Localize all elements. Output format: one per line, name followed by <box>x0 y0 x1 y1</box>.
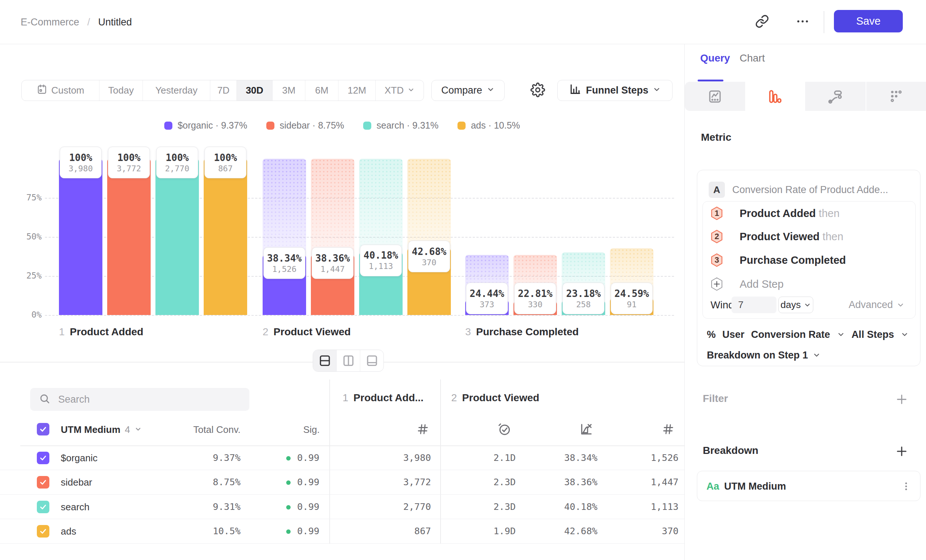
breadcrumb-board[interactable]: E-Commerce <box>21 17 79 28</box>
sig-header[interactable]: Sig. <box>246 423 320 436</box>
gridline <box>45 315 674 316</box>
funnel-steps-box: Window 7 days Advanced 1Product Added th… <box>702 201 916 319</box>
row-total-conv: 9.37% <box>167 446 241 470</box>
query-sidebar: Query Chart Metric A Conversion Rate of … <box>684 44 926 560</box>
row-checkbox[interactable] <box>37 476 49 489</box>
breadcrumb-report-title[interactable]: Untitled <box>98 17 132 28</box>
tab-flows-chart[interactable] <box>805 82 866 111</box>
measure-user[interactable]: User <box>722 329 744 341</box>
window-value-input[interactable]: 7 <box>732 297 776 313</box>
metric-step-row[interactable]: 2Product Viewed then <box>703 225 915 248</box>
row-sig: 0.99 <box>268 446 319 470</box>
metric-step-row[interactable]: 1Product Added then <box>703 201 915 225</box>
date-range-12m[interactable]: 12M <box>339 80 376 101</box>
copy-link-button[interactable] <box>752 12 772 32</box>
row-conv-rate: 42.68% <box>528 519 598 543</box>
funnel-bar[interactable] <box>156 159 199 315</box>
tab-chart[interactable]: Chart <box>740 50 765 66</box>
table-row[interactable]: search9.31%0.992,7702.3D40.18%1,113 <box>0 495 684 519</box>
more-menu-button[interactable] <box>792 12 813 32</box>
count-icon[interactable] <box>416 422 430 437</box>
funnel-step-label[interactable]: 3Purchase Completed <box>465 326 579 338</box>
chart-type-tabs <box>685 82 926 111</box>
avg-time-icon[interactable] <box>497 422 512 437</box>
row-checkbox[interactable] <box>37 452 49 464</box>
date-range-today[interactable]: Today <box>100 80 143 101</box>
chart-settings-button[interactable] <box>529 80 546 101</box>
bar-count: 370 <box>422 258 436 267</box>
tab-query[interactable]: Query <box>700 50 730 66</box>
table-row[interactable]: $organic9.37%0.993,9802.1D38.34%1,526 <box>0 446 684 470</box>
date-range-3m[interactable]: 3M <box>272 80 306 101</box>
conv-rate-icon[interactable] <box>579 422 594 437</box>
gear-icon <box>530 83 545 99</box>
table-row[interactable]: ads10.5%0.998671.9D42.68%370 <box>0 519 684 543</box>
table-search[interactable]: Search <box>30 388 250 411</box>
add-step-button[interactable]: Add Step <box>703 272 915 296</box>
chevron-down-icon <box>837 330 845 339</box>
advanced-toggle[interactable]: Advanced <box>849 297 905 313</box>
funnel-bar[interactable] <box>59 159 102 315</box>
layout-split-horizontal-button[interactable] <box>313 350 337 371</box>
compare-button[interactable]: Compare <box>431 80 505 101</box>
bar-count: 1,113 <box>369 262 393 271</box>
table-col2-header[interactable]: 2Product Viewed <box>451 392 539 404</box>
bar-count: 258 <box>576 300 591 309</box>
date-range-30d[interactable]: 30D <box>237 80 272 101</box>
save-button[interactable]: Save <box>834 10 903 32</box>
step-event-name: Purchase Completed <box>740 254 846 266</box>
legend-item[interactable]: $organic · 9.37% <box>164 120 247 131</box>
metric-step-row[interactable]: 3Purchase Completed <box>703 248 915 272</box>
count-icon[interactable] <box>661 422 676 437</box>
funnel-step-label[interactable]: 2Product Viewed <box>263 326 351 338</box>
breakdown-step-select[interactable]: Breakdown on Step 1 <box>707 347 821 363</box>
funnel-bar[interactable] <box>107 159 151 315</box>
legend-item[interactable]: ads · 10.5% <box>457 120 520 131</box>
date-range-7d[interactable]: 7D <box>210 80 237 101</box>
row-checkbox[interactable] <box>37 525 49 537</box>
date-range-yesterday[interactable]: Yesterday <box>143 80 210 101</box>
measure-type-select[interactable]: Conversion Rate <box>751 329 830 341</box>
bar-value-label: 23.18%258 <box>563 283 604 314</box>
funnel-bar[interactable] <box>204 159 247 315</box>
row-step2-count: 1,113 <box>608 495 678 519</box>
total-conv-header[interactable]: Total Conv. <box>167 423 241 436</box>
date-range-label: 12M <box>348 85 366 96</box>
add-filter-button[interactable] <box>894 391 910 407</box>
table-group-header[interactable]: UTM Medium 4 <box>61 422 142 437</box>
metric-title[interactable]: Conversion Rate of Product Adde... <box>732 182 888 198</box>
tab-funnel-chart[interactable] <box>745 82 806 111</box>
legend-swatch <box>457 121 466 130</box>
table-body: $organic9.37%0.993,9802.1D38.34%1,526sid… <box>0 446 684 544</box>
tab-insights-chart[interactable] <box>685 82 745 111</box>
row-name: $organic <box>61 446 98 470</box>
select-all-checkbox[interactable] <box>37 423 49 436</box>
breakdown-item-name: UTM Medium <box>724 471 786 501</box>
legend-item[interactable]: sidebar · 8.75% <box>266 120 344 131</box>
bar-count: 3,772 <box>117 164 141 173</box>
window-unit-select[interactable]: days <box>778 297 813 313</box>
chart-type-button[interactable]: Funnel Steps <box>557 80 673 101</box>
layout-toggle <box>313 350 384 372</box>
table-row[interactable]: sidebar8.75%0.993,7722.3D38.36%1,447 <box>0 470 684 495</box>
legend-item[interactable]: search · 9.31% <box>363 120 438 131</box>
date-range-xtd[interactable]: XTD <box>376 80 424 101</box>
funnel-step-label[interactable]: 1Product Added <box>59 326 143 338</box>
legend-label: search · 9.31% <box>377 120 438 131</box>
step-number: 2 <box>263 326 269 338</box>
measure-steps-select[interactable]: All Steps <box>852 329 894 341</box>
layout-panel-bottom-button[interactable] <box>360 350 383 371</box>
date-range-label: 7D <box>217 85 230 96</box>
add-breakdown-button[interactable] <box>894 443 910 459</box>
layout-split-vertical-button[interactable] <box>337 350 360 371</box>
row-checkbox[interactable] <box>37 501 49 513</box>
table-col1-header[interactable]: 1Product Add... <box>343 392 424 404</box>
kebab-menu-icon[interactable] <box>898 478 914 495</box>
calendar-icon <box>36 84 47 97</box>
bar-pct: 42.68% <box>412 246 446 257</box>
measure-pct[interactable]: % <box>707 329 716 341</box>
date-range-custom[interactable]: Custom <box>22 80 100 101</box>
breakdown-item-card[interactable]: Aa UTM Medium <box>697 471 920 501</box>
date-range-6m[interactable]: 6M <box>306 80 339 101</box>
tab-retention-chart[interactable] <box>866 82 926 111</box>
